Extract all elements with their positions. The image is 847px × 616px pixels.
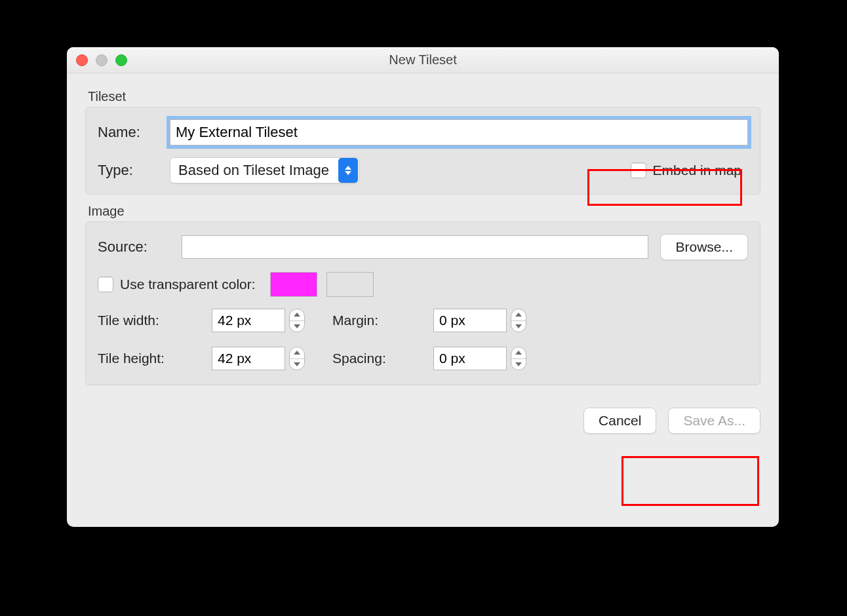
chevron-down-icon: [515, 324, 522, 328]
save-as-button[interactable]: Save As...: [668, 408, 760, 434]
section-label-image: Image: [88, 204, 760, 219]
group-tileset: Name: Type: Based on Tileset Image: [85, 107, 760, 195]
use-transparent-checkbox[interactable]: [98, 277, 113, 292]
tile-height-input[interactable]: [212, 347, 285, 370]
window-close-button[interactable]: [76, 54, 88, 66]
source-input[interactable]: [182, 235, 648, 259]
tile-width-input[interactable]: [212, 309, 285, 332]
chevron-up-icon: [294, 313, 300, 317]
use-transparent-label: Use transparent color:: [120, 277, 256, 292]
chevron-up-down-icon: [338, 158, 358, 183]
titlebar: New Tileset: [67, 47, 779, 73]
tile-height-label: Tile height:: [98, 351, 196, 366]
margin-input[interactable]: [433, 309, 507, 332]
embed-in-map-label: Embed in map: [653, 163, 741, 178]
type-select[interactable]: Based on Tileset Image: [170, 157, 359, 183]
window-zoom-button[interactable]: [115, 54, 127, 66]
tile-width-label: Tile width:: [98, 313, 196, 328]
window-controls: [76, 54, 127, 66]
chevron-up-icon: [515, 351, 522, 355]
window-minimize-button[interactable]: [96, 54, 108, 66]
secondary-color-swatch[interactable]: [326, 272, 374, 297]
highlight-save-as: [621, 456, 759, 506]
tile-height-stepper[interactable]: [289, 347, 305, 370]
source-label: Source:: [98, 239, 182, 256]
name-label: Name:: [98, 124, 170, 141]
name-input[interactable]: [170, 119, 748, 145]
embed-in-map-checkbox[interactable]: [631, 163, 646, 178]
margin-stepper[interactable]: [511, 309, 526, 332]
type-label: Type:: [98, 162, 170, 179]
transparent-color-swatch[interactable]: [270, 272, 317, 297]
group-image: Source: Browse... Use transparent color:…: [85, 221, 760, 385]
spacing-input[interactable]: [433, 347, 507, 370]
spacing-stepper[interactable]: [511, 347, 526, 370]
tile-width-stepper[interactable]: [289, 309, 305, 332]
type-select-value: Based on Tileset Image: [170, 162, 337, 179]
chevron-down-icon: [515, 362, 522, 366]
browse-button[interactable]: Browse...: [660, 234, 748, 260]
chevron-down-icon: [294, 324, 300, 328]
cancel-button[interactable]: Cancel: [583, 408, 656, 434]
window-title: New Tileset: [67, 52, 779, 67]
chevron-up-icon: [515, 313, 522, 317]
dialog-new-tileset: New Tileset Tileset Name: Type: Based on…: [67, 47, 779, 527]
chevron-down-icon: [294, 362, 300, 366]
spacing-label: Spacing:: [332, 351, 418, 366]
section-label-tileset: Tileset: [88, 89, 760, 104]
margin-label: Margin:: [332, 313, 418, 328]
chevron-up-icon: [294, 351, 300, 355]
